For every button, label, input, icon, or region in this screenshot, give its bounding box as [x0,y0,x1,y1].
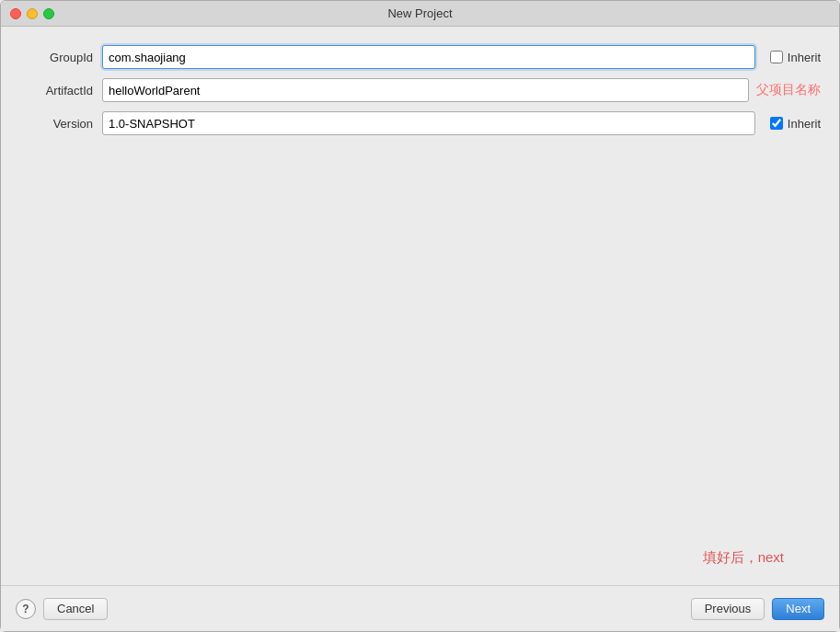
artifactid-annotation: 父项目名称 [756,82,821,98]
annotation-text: 填好后，next [19,549,821,576]
content-area: GroupId Inherit ArtifactId 父项目名称 Version [1,27,839,585]
groupid-inherit-wrap: Inherit [770,51,821,64]
previous-button[interactable]: Previous [691,598,765,620]
next-button[interactable]: Next [772,598,824,620]
version-inherit-wrap: Inherit [770,117,821,131]
artifactid-input[interactable] [102,78,749,102]
cancel-button[interactable]: Cancel [43,598,108,620]
close-button[interactable] [10,8,21,19]
help-button[interactable]: ? [16,599,36,619]
groupid-inherit-checkbox[interactable] [770,51,783,63]
maximize-button[interactable] [43,8,54,19]
groupid-label: GroupId [19,51,93,64]
bottom-right: Previous Next [691,598,824,620]
artifactid-row: ArtifactId 父项目名称 [19,78,821,102]
minimize-button[interactable] [27,8,38,19]
window: New Project GroupId Inherit ArtifactId 父… [0,0,840,632]
window-title: New Project [387,6,452,20]
artifactid-label: ArtifactId [19,84,93,98]
bottom-left: ? Cancel [16,598,108,620]
spacer [19,135,821,549]
version-input[interactable] [102,111,755,135]
bottom-bar: ? Cancel Previous Next [1,585,839,631]
version-inherit-checkbox[interactable] [770,117,783,130]
version-row: Version Inherit [19,111,821,135]
artifactid-input-wrap: 父项目名称 [102,78,821,102]
groupid-row: GroupId Inherit [19,45,821,69]
traffic-lights [10,8,54,19]
form-section: GroupId Inherit ArtifactId 父项目名称 Version [19,45,821,135]
version-label: Version [19,117,93,131]
title-bar: New Project [1,1,839,27]
version-inherit-label: Inherit [788,117,821,131]
groupid-inherit-label: Inherit [788,51,821,64]
groupid-input[interactable] [102,45,755,69]
